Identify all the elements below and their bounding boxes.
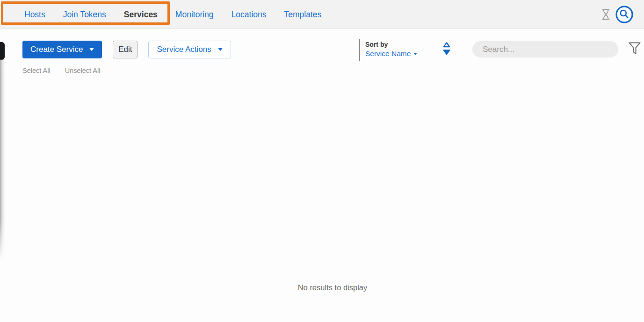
nav-tabs: Hosts Join Tokens Services Monitoring Lo… [24, 0, 321, 29]
create-service-label: Create Service [30, 45, 83, 54]
sort-ascending-icon [444, 43, 449, 47]
service-actions-button[interactable]: Service Actions [148, 41, 231, 58]
tab-join-tokens[interactable]: Join Tokens [63, 10, 106, 20]
tab-hosts[interactable]: Hosts [24, 10, 45, 20]
drawer-handle [0, 42, 5, 60]
sort-field-value: Service Name [365, 49, 411, 58]
tab-locations[interactable]: Locations [232, 10, 267, 20]
select-all-link[interactable]: Select All [22, 67, 51, 74]
chevron-down-icon [89, 48, 94, 51]
edit-button[interactable]: Edit [113, 41, 137, 58]
empty-state-message: No results to display [0, 283, 644, 292]
unselect-all-link[interactable]: Unselect All [65, 67, 101, 74]
page: Hosts Join Tokens Services Monitoring Lo… [0, 0, 644, 322]
drawer-shadow [0, 59, 5, 260]
top-navbar: Hosts Join Tokens Services Monitoring Lo… [0, 0, 644, 29]
create-service-button[interactable]: Create Service [22, 41, 102, 58]
nav-icons [601, 0, 634, 29]
edit-label: Edit [118, 45, 132, 54]
tab-monitoring[interactable]: Monitoring [175, 10, 214, 20]
sort-field-dropdown[interactable]: Service Name [365, 49, 417, 58]
sort-descending-icon [444, 50, 449, 55]
search-circle-icon[interactable] [615, 5, 634, 24]
filter-funnel-icon[interactable] [628, 42, 641, 57]
divider [359, 39, 360, 61]
sort-group: Sort by Service Name [365, 40, 417, 58]
chevron-down-icon [218, 48, 223, 51]
sort-by-label: Sort by [365, 40, 417, 49]
search-box [472, 41, 618, 57]
sort-direction-toggle[interactable] [442, 42, 451, 58]
toolbar: Create Service Edit Service Actions [22, 41, 231, 58]
chevron-down-icon [413, 53, 417, 55]
search-input[interactable] [472, 41, 618, 57]
service-actions-label: Service Actions [157, 45, 211, 54]
tab-services[interactable]: Services [124, 10, 158, 20]
hourglass-icon[interactable] [601, 9, 610, 20]
selection-links: Select All Unselect All [22, 67, 100, 74]
tab-templates[interactable]: Templates [284, 10, 322, 20]
